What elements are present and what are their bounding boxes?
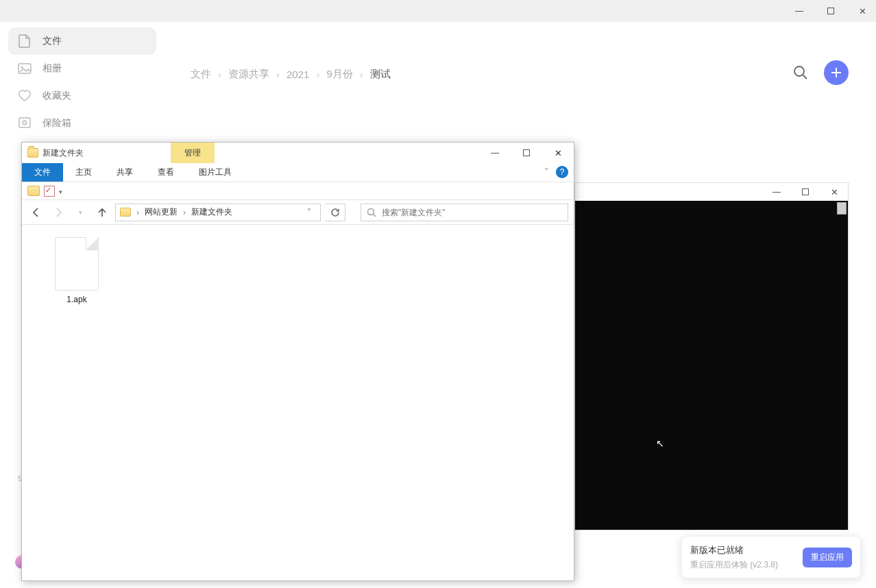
- svg-line-6: [803, 75, 807, 79]
- nav-recent-dropdown[interactable]: ▾: [71, 204, 89, 221]
- search-input[interactable]: [382, 208, 562, 217]
- context-tab-manage[interactable]: 管理: [171, 143, 215, 163]
- sidebar-item-safebox[interactable]: 保险箱: [8, 110, 156, 137]
- sidebar-item-label: 收藏夹: [42, 90, 71, 102]
- arrow-left-icon: [31, 207, 42, 218]
- file-item[interactable]: 1.apk: [44, 237, 110, 304]
- terminal-minimize-button[interactable]: [770, 185, 783, 199]
- breadcrumb-item[interactable]: 资源共享: [228, 68, 269, 81]
- explorer-close-button[interactable]: [542, 143, 574, 163]
- breadcrumb-item[interactable]: 文件: [191, 68, 211, 81]
- terminal-maximize-button[interactable]: [799, 185, 812, 199]
- minimize-icon: [491, 153, 499, 154]
- safe-icon: [18, 117, 32, 130]
- file-area[interactable]: 1.apk: [22, 226, 574, 580]
- explorer-maximize-button[interactable]: [511, 143, 542, 163]
- svg-point-9: [368, 208, 374, 215]
- search-button[interactable]: [790, 62, 812, 84]
- nav-up-button[interactable]: [93, 204, 111, 221]
- address-segment[interactable]: 新建文件夹: [191, 206, 232, 218]
- app-titlebar: [0, 0, 876, 22]
- window-close-button[interactable]: [854, 3, 871, 19]
- svg-line-10: [374, 214, 376, 217]
- terminal-window: ↖: [574, 182, 849, 530]
- search-icon: [793, 65, 808, 80]
- minimize-icon: [772, 192, 781, 193]
- chevron-down-icon: ▾: [79, 209, 82, 216]
- search-icon: [367, 208, 376, 217]
- qat-dropdown[interactable]: ▾: [59, 187, 62, 195]
- sidebar-item-label: 保险箱: [42, 117, 71, 130]
- file-icon: [18, 34, 32, 48]
- explorer-titlebar[interactable]: 新建文件夹: [22, 143, 574, 163]
- address-bar[interactable]: › 网站更新 › 新建文件夹 ˅: [115, 204, 321, 221]
- chevron-right-icon: ›: [276, 69, 280, 80]
- chevron-right-icon: ›: [316, 69, 319, 80]
- explorer-title: 新建文件夹: [42, 147, 84, 159]
- ribbon-tab-picture-tools[interactable]: 图片工具: [186, 163, 244, 182]
- refresh-button[interactable]: [325, 204, 345, 221]
- breadcrumb-item[interactable]: 测试: [370, 68, 391, 81]
- file-label: 1.apk: [44, 295, 110, 304]
- properties-icon[interactable]: [44, 186, 55, 197]
- plus-icon: [831, 67, 842, 78]
- arrow-right-icon: [53, 207, 64, 218]
- breadcrumb-item[interactable]: 2021: [287, 69, 309, 80]
- nav-forward-button[interactable]: [49, 204, 67, 221]
- terminal-titlebar[interactable]: [575, 183, 848, 201]
- breadcrumb: 文件 › 资源共享 › 2021 › 9月份 › 测试: [191, 63, 391, 85]
- search-box[interactable]: [361, 204, 568, 221]
- add-button[interactable]: [824, 60, 849, 85]
- ribbon-tab-share[interactable]: 共享: [104, 163, 145, 182]
- cloud-sidebar: 文件 相册 收藏夹 保险箱: [8, 27, 156, 137]
- explorer-window: 新建文件夹 管理 文件 主页 共享 查看 图片工具 ˅ ? ▾ ▾: [21, 142, 574, 581]
- minimize-icon: [795, 11, 803, 12]
- folder-icon[interactable]: [27, 186, 40, 196]
- help-icon[interactable]: ?: [556, 166, 568, 178]
- terminal-close-button[interactable]: [827, 185, 841, 199]
- window-minimize-button[interactable]: [791, 3, 807, 19]
- toast-subtitle: 重启应用后体验 (v2.3.8): [690, 559, 803, 571]
- chevron-right-icon: ›: [360, 69, 363, 80]
- header-actions: [790, 60, 849, 85]
- ribbon-tabs: 文件 主页 共享 查看 图片工具 ˅ ?: [22, 163, 574, 182]
- heart-icon: [18, 89, 32, 103]
- window-maximize-button[interactable]: [823, 3, 839, 19]
- nav-back-button[interactable]: [27, 204, 45, 221]
- cursor-icon: ↖: [656, 438, 664, 449]
- toast-title: 新版本已就绪: [690, 544, 803, 556]
- sidebar-item-files[interactable]: 文件: [8, 27, 156, 55]
- svg-point-4: [24, 122, 25, 123]
- terminal-body[interactable]: ↖: [575, 201, 848, 530]
- address-segment[interactable]: 网站更新: [145, 206, 178, 218]
- quick-access-toolbar: ▾: [22, 182, 574, 200]
- generic-file-icon: [55, 237, 99, 291]
- restart-app-button[interactable]: 重启应用: [803, 548, 852, 567]
- maximize-icon: [802, 188, 809, 195]
- sidebar-item-label: 文件: [42, 35, 62, 47]
- ribbon-tab-home[interactable]: 主页: [63, 163, 104, 182]
- breadcrumb-item[interactable]: 9月份: [326, 68, 352, 81]
- chevron-right-icon: ›: [136, 208, 139, 217]
- explorer-minimize-button[interactable]: [479, 143, 511, 163]
- folder-icon: [27, 148, 38, 158]
- chevron-right-icon: ›: [183, 208, 186, 217]
- svg-point-1: [21, 66, 23, 68]
- ribbon-tab-file[interactable]: 文件: [22, 163, 63, 182]
- sidebar-item-favorites[interactable]: 收藏夹: [8, 82, 156, 110]
- svg-point-5: [794, 66, 804, 76]
- refresh-icon: [330, 208, 340, 217]
- scrollbar-thumb[interactable]: [837, 202, 847, 215]
- ribbon-tab-view[interactable]: 查看: [145, 163, 186, 182]
- maximize-icon: [827, 8, 834, 14]
- sidebar-item-label: 相册: [42, 62, 62, 75]
- folder-icon: [120, 208, 131, 217]
- album-icon: [18, 62, 32, 75]
- update-toast: 新版本已就绪 重启应用后体验 (v2.3.8) 重启应用: [681, 536, 861, 578]
- arrow-up-icon: [97, 207, 108, 218]
- nav-row: ▾ › 网站更新 › 新建文件夹 ˅: [22, 200, 574, 225]
- chevron-right-icon: ›: [218, 69, 221, 80]
- ribbon-collapse-button[interactable]: ˅: [544, 167, 549, 182]
- address-dropdown[interactable]: ˅: [302, 208, 316, 217]
- sidebar-item-album[interactable]: 相册: [8, 55, 156, 82]
